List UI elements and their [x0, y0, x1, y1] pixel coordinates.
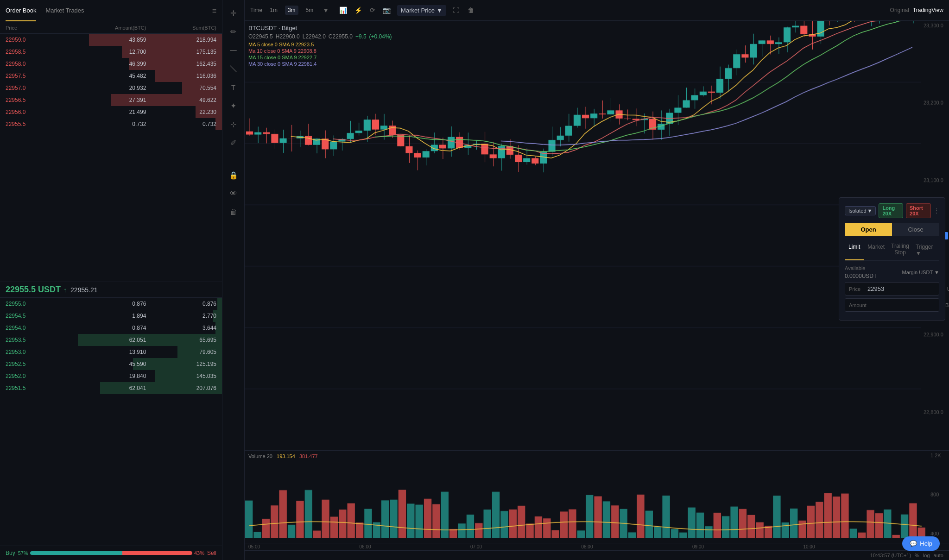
- available-section: Available 0.0000USDT: [845, 265, 877, 279]
- pen-tool[interactable]: ✏: [225, 23, 242, 40]
- sell-sum: 218.994: [146, 37, 216, 43]
- time-5m[interactable]: 5m: [303, 6, 316, 15]
- chevron-down-icon[interactable]: ▼: [321, 6, 331, 15]
- buy-order-row: 22953.0 13.910 79.605: [0, 346, 222, 358]
- buy-order-row: 22953.5 62.051 65.695: [0, 334, 222, 346]
- margin-chevron: ▼: [934, 270, 939, 275]
- eye-visibility-tool[interactable]: 👁: [225, 185, 242, 202]
- help-label: Help: [920, 540, 932, 547]
- order-book-panel: Order Book Market Trades ≡ Price Amount(…: [0, 0, 222, 560]
- buy-order-row: 22954.0 0.874 3.644: [0, 322, 222, 334]
- time-1m[interactable]: 1m: [267, 6, 280, 15]
- sell-order-row: 22956.0 21.499 22.230: [0, 106, 222, 118]
- original-link[interactable]: Original: [890, 7, 909, 13]
- tab-market-trades[interactable]: Market Trades: [45, 0, 84, 21]
- short-leverage-btn[interactable]: Short 20X: [906, 203, 931, 218]
- indicator-icon[interactable]: ⚡: [353, 6, 364, 15]
- trigger-tab[interactable]: Trigger ▼: [912, 241, 939, 260]
- measure-tool[interactable]: ✦: [225, 97, 242, 114]
- amount-currency: BTC: [945, 302, 949, 308]
- buy-percent: 57%: [18, 550, 28, 556]
- delete-layout-icon[interactable]: 🗑: [466, 6, 476, 15]
- chart-timestamp: 10:43:57 (UTC+1): [870, 553, 911, 558]
- buy-order-row: 22955.0 0.876 0.876: [0, 298, 222, 310]
- buy-sum: 3.644: [146, 325, 216, 331]
- available-value: 0.0000USDT: [845, 273, 877, 279]
- sell-sum: 70.554: [146, 85, 216, 91]
- buy-sum: 65.695: [146, 337, 216, 343]
- spread-bar: 22955.5 USDT ↑ 22955.21: [0, 282, 222, 298]
- price-input-row[interactable]: Price USDT: [845, 282, 939, 296]
- sell-orders: 22959.0 43.859 218.994 22958.5 12.700 17…: [0, 34, 222, 282]
- price-input[interactable]: [867, 285, 945, 292]
- isolated-label: Isolated: [848, 208, 867, 214]
- lock-tool[interactable]: 🔒: [225, 167, 242, 183]
- horizontal-line-tool[interactable]: ─: [225, 42, 242, 58]
- sell-amount: 20.932: [76, 85, 146, 91]
- tradingview-link[interactable]: TradingView: [913, 7, 943, 13]
- sell-sum: 162.435: [146, 61, 216, 67]
- stop-label: Stop: [894, 249, 906, 256]
- volume-canvas: [245, 451, 949, 543]
- price-currency: USDT: [947, 286, 949, 292]
- percent-label: %: [915, 553, 919, 558]
- sell-order-row: 22957.0 20.932 70.554: [0, 82, 222, 94]
- time-3m[interactable]: 3m: [285, 6, 298, 15]
- main-chart-area: Time 1m 3m 5m ▼ 📊 ⚡ ⟳ 📷 Market Price ▼ ⛶…: [245, 0, 949, 560]
- amount-currency-select[interactable]: BTC ▼: [945, 302, 949, 308]
- node-tool[interactable]: ⊹: [225, 116, 242, 132]
- tabs-header: Order Book Market Trades ≡: [0, 0, 222, 22]
- buy-progress: [30, 551, 123, 555]
- trailing-label: Trailing: [891, 243, 909, 249]
- form-menu-icon[interactable]: ⋮: [934, 208, 939, 214]
- trading-form: Isolated ▼ Long 20X Short 20X ⋮ Open Clo…: [839, 197, 945, 321]
- buy-price: 22954.5: [6, 313, 76, 319]
- trend-line-tool[interactable]: │: [221, 57, 245, 81]
- log-label: log: [923, 553, 930, 558]
- buy-order-row: 22952.5 45.590 125.195: [0, 358, 222, 370]
- time-axis-label: 10:00: [803, 544, 815, 549]
- trailing-stop-tab[interactable]: Trailing Stop: [888, 241, 912, 260]
- sell-price: 22958.5: [6, 49, 76, 55]
- open-tab[interactable]: Open: [845, 223, 892, 236]
- text-tool[interactable]: T: [225, 79, 242, 95]
- market-tab[interactable]: Market: [864, 241, 888, 260]
- sell-amount: 45.482: [76, 73, 146, 79]
- sell-price: 22959.0: [6, 37, 76, 43]
- panel-menu-icon[interactable]: ≡: [212, 7, 216, 15]
- limit-tab[interactable]: Limit: [845, 241, 864, 260]
- market-price-btn[interactable]: Market Price ▼: [397, 5, 446, 16]
- trash-tool[interactable]: 🗑: [225, 204, 242, 220]
- sell-amount: 46.399: [76, 61, 146, 67]
- trigger-label: Trigger: [916, 244, 933, 250]
- spread-usd: 22955.21: [70, 286, 97, 294]
- sell-order-row: 22957.5 45.482 116.036: [0, 70, 222, 82]
- amount-input[interactable]: [867, 302, 945, 308]
- camera-icon[interactable]: 📷: [381, 6, 392, 15]
- sell-order-row: 22958.0 46.399 162.435: [0, 58, 222, 70]
- chart-header: Time 1m 3m 5m ▼ 📊 ⚡ ⟳ 📷 Market Price ▼ ⛶…: [245, 0, 949, 21]
- close-tab[interactable]: Close: [892, 223, 939, 236]
- margin-select[interactable]: Margin USDT ▼: [902, 270, 939, 275]
- buy-amount: 62.041: [76, 385, 146, 391]
- sell-amount: 0.732: [76, 121, 146, 127]
- available-label: Available: [845, 265, 877, 271]
- help-button[interactable]: 💬 Help: [902, 536, 940, 551]
- fullscreen-icon[interactable]: ⛶: [451, 6, 461, 15]
- tab-order-book[interactable]: Order Book: [6, 0, 36, 21]
- cursor-tool[interactable]: ✛: [225, 5, 242, 21]
- buy-sum: 79.605: [146, 349, 216, 355]
- pencil-draw-tool[interactable]: ✐: [225, 134, 242, 151]
- order-type-tabs: Limit Market Trailing Stop Trigger ▼: [845, 241, 939, 261]
- isolated-btn[interactable]: Isolated ▼: [845, 206, 876, 215]
- sell-order-row: 22959.0 43.859 218.994: [0, 34, 222, 46]
- buy-price: 22953.0: [6, 349, 76, 355]
- buy-sum: 145.035: [146, 373, 216, 379]
- amount-input-row[interactable]: Amount BTC ▼: [845, 298, 939, 312]
- long-leverage-btn[interactable]: Long 20X: [879, 203, 903, 218]
- buy-order-row: 22954.5 1.894 2.770: [0, 310, 222, 322]
- bar-chart-icon[interactable]: 📊: [337, 6, 349, 15]
- replay-icon[interactable]: ⟳: [368, 6, 377, 15]
- amount-input-label: Amount: [849, 302, 867, 308]
- market-price-label: Market Price: [401, 7, 435, 14]
